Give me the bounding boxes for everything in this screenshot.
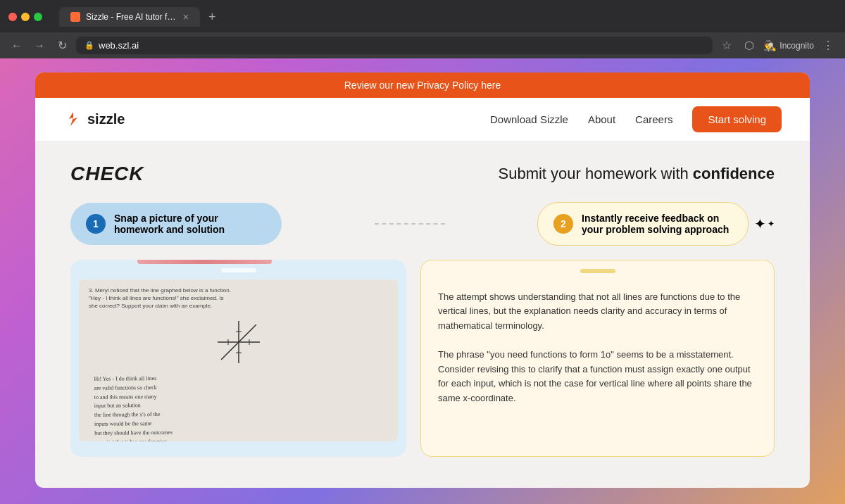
url-text: web.szl.ai xyxy=(99,40,139,51)
site-nav: sizzle Download Sizzle About Careers Sta… xyxy=(35,98,810,141)
logo[interactable]: sizzle xyxy=(63,109,125,129)
step-2-card: 2 Instantly receive feedback on your pro… xyxy=(537,202,749,246)
lock-icon: 🔒 xyxy=(84,41,94,50)
incognito-label: Incognito xyxy=(780,41,814,51)
hw-question-text: 3. Meryl noticed that the line graphed b… xyxy=(79,279,398,441)
feedback-paragraph-1: The attempt shows understanding that not… xyxy=(438,290,757,334)
hw-question: 3. Meryl noticed that the line graphed b… xyxy=(89,286,388,310)
step-right-section: 2 Instantly receive feedback on your pro… xyxy=(537,202,775,246)
browser-chrome: Sizzle - Free AI tutor for eve... × + ← … xyxy=(0,0,845,58)
headline-normal: Submit your homework with xyxy=(499,165,689,182)
feedback-card: The attempt shows understanding that not… xyxy=(420,260,775,457)
start-solving-button[interactable]: Start solving xyxy=(692,106,782,132)
tab-title: Sizzle - Free AI tutor for eve... xyxy=(86,12,177,22)
step-1-number: 1 xyxy=(86,214,106,234)
hw-graph xyxy=(211,314,267,370)
step-2-number: 2 xyxy=(553,214,573,234)
active-tab[interactable]: Sizzle - Free AI tutor for eve... × xyxy=(59,7,200,27)
logo-text: sizzle xyxy=(87,111,125,127)
hw-handle xyxy=(221,268,256,272)
incognito-button[interactable]: 🕵 Incognito xyxy=(763,39,814,52)
reload-button[interactable]: ↻ xyxy=(54,39,70,52)
steps-row: 1 Snap a picture of your homework and so… xyxy=(70,202,775,246)
dashed-connector-line xyxy=(375,223,445,225)
tab-close-icon[interactable]: × xyxy=(183,11,189,23)
hw-image-area: 3. Meryl noticed that the line graphed b… xyxy=(79,279,398,441)
main-content: CHECK Submit your homework with confiden… xyxy=(35,141,810,488)
sparkle-icon: ✦ xyxy=(754,215,766,232)
browser-toolbar: ← → ↻ 🔒 web.szl.ai ☆ ⬡ 🕵 Incognito ⋮ xyxy=(0,32,845,58)
hw-pink-edge xyxy=(137,260,272,264)
step-connector xyxy=(282,223,537,225)
logo-icon xyxy=(63,109,83,129)
extensions-icon[interactable]: ⬡ xyxy=(741,39,758,52)
address-bar[interactable]: 🔒 web.szl.ai xyxy=(76,37,713,54)
headline: Submit your homework with confidence xyxy=(499,165,775,183)
nav-about-link[interactable]: About xyxy=(588,113,615,125)
bookmark-icon[interactable]: ☆ xyxy=(718,39,735,52)
nav-download-link[interactable]: Download Sizzle xyxy=(490,113,568,125)
homework-card: 3. Meryl noticed that the line graphed b… xyxy=(70,260,406,457)
step-2-text: Instantly receive feedback on your probl… xyxy=(582,213,732,235)
browser-menu-icon[interactable]: ⋮ xyxy=(820,39,837,52)
headline-bold: confidence xyxy=(693,165,775,182)
forward-button[interactable]: → xyxy=(31,39,48,52)
close-traffic-light[interactable] xyxy=(8,13,17,21)
nav-links: Download Sizzle About Careers Start solv… xyxy=(490,106,782,132)
cards-row: 3. Meryl noticed that the line graphed b… xyxy=(70,260,775,457)
hw-writing: Hi! Yes - I do think all lines are valid… xyxy=(88,372,388,441)
nav-careers-link[interactable]: Careers xyxy=(635,113,672,125)
page-wrapper: Review our new Privacy Policy here sizzl… xyxy=(0,58,845,504)
tab-favicon xyxy=(70,12,80,22)
feedback-paragraph-2: The phrase "you need functions to form 1… xyxy=(438,348,757,406)
traffic-lights xyxy=(8,13,42,21)
section-header: CHECK Submit your homework with confiden… xyxy=(70,163,775,185)
page-container: Review our new Privacy Policy here sizzl… xyxy=(35,73,810,488)
sparkle-small-icon: ✦ xyxy=(768,219,775,229)
step-1-card: 1 Snap a picture of your homework and so… xyxy=(70,203,282,245)
banner-text: Review our new Privacy Policy here xyxy=(344,80,501,91)
new-tab-button[interactable]: + xyxy=(203,10,222,25)
tab-bar: Sizzle - Free AI tutor for eve... × + xyxy=(59,7,803,27)
minimize-traffic-light[interactable] xyxy=(21,13,30,21)
back-button[interactable]: ← xyxy=(8,39,25,52)
privacy-banner[interactable]: Review our new Privacy Policy here xyxy=(35,73,810,98)
fb-handle xyxy=(580,269,615,273)
check-title: CHECK xyxy=(70,163,144,185)
step-1-text: Snap a picture of your homework and solu… xyxy=(114,213,266,235)
maximize-traffic-light[interactable] xyxy=(34,13,42,21)
